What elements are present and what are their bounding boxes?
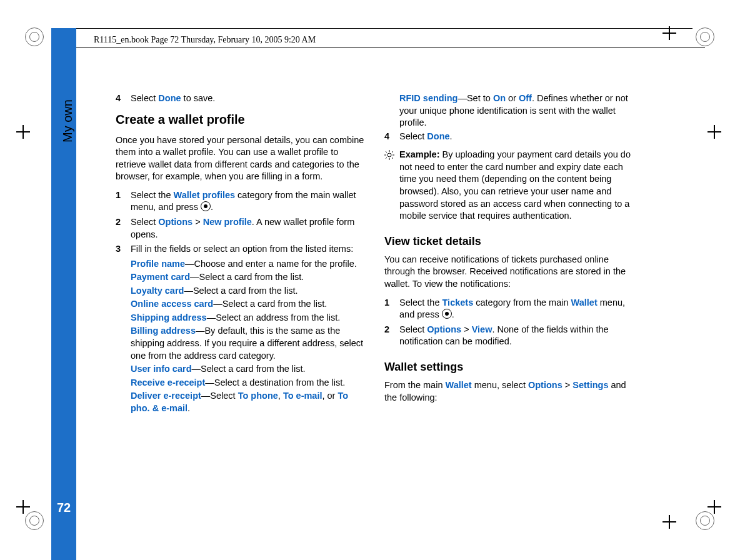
ticket-step-2: 2 Select Options > View. None of the fie…: [384, 324, 634, 348]
text: .: [211, 202, 213, 212]
ui-term-done: Done: [158, 93, 181, 103]
ui-term: Profile name: [131, 259, 185, 269]
text: Fill in the fields or select an option f…: [131, 244, 353, 254]
step-4-done: 4 Select Done.: [384, 131, 634, 143]
ticket-step-1: 1 Select the Tickets category from the m…: [384, 297, 634, 321]
heading-wallet-settings: Wallet settings: [384, 359, 634, 374]
def-payment: Payment card—Select a card from the list…: [131, 271, 366, 284]
ui-term: Billing address: [131, 326, 196, 336]
heading-view-ticket-details: View ticket details: [384, 234, 634, 249]
text: .: [188, 403, 190, 413]
section-side-label: My own: [59, 99, 76, 142]
ui-term-wallet-profiles: Wallet profiles: [174, 190, 236, 200]
def-rfid: RFID sending—Set to On or Off. Defines w…: [384, 92, 634, 129]
ui-term-tickets: Tickets: [442, 298, 474, 308]
cross-mark-icon: [662, 515, 676, 529]
step-number: 1: [384, 297, 389, 309]
ui-term: Loyalty card: [131, 286, 184, 296]
hairline: [51, 28, 692, 29]
text: Select: [131, 93, 158, 103]
text: category from the main: [473, 298, 571, 308]
svg-line-8: [386, 158, 387, 159]
page-number: 72: [51, 499, 76, 516]
ui-term-view: View: [472, 324, 492, 334]
step-4-save: 4 Select Done to save.: [116, 92, 366, 105]
def-deliver-ereceipt: Deliver e-receipt—Select To phone, To e-…: [131, 390, 366, 414]
text: Select: [399, 324, 427, 334]
crop-mark-icon: [696, 28, 714, 46]
ui-term: Deliver e-receipt: [131, 391, 201, 401]
ui-term: Payment card: [131, 272, 190, 282]
text: .: [452, 309, 454, 319]
def-receive-ereceipt: Receive e-receipt—Select a destination f…: [131, 377, 366, 389]
ui-term: Online access card: [131, 299, 213, 309]
text: —Select a card from the list.: [213, 299, 327, 309]
ui-term: Receive e-receipt: [131, 378, 205, 388]
right-column: RFID sending—Set to On or Off. Defines w…: [384, 92, 634, 410]
text: —Select an address from the list.: [207, 312, 341, 322]
ui-term: User info card: [131, 364, 192, 374]
ui-term-settings: Settings: [572, 380, 608, 390]
ui-term-options: Options: [427, 324, 461, 334]
crop-mark-icon: [25, 28, 44, 46]
text: .: [450, 131, 452, 141]
step-3: 3 Fill in the fields or select an option…: [116, 243, 366, 414]
text: From the main: [384, 380, 446, 390]
example-text: By uploading your payment card details y…: [399, 149, 631, 221]
text: or: [506, 93, 519, 103]
svg-point-0: [388, 153, 391, 157]
page: R1115_en.book Page 72 Thursday, February…: [0, 0, 730, 560]
tickets-intro: You can receive notifications of tickets…: [384, 254, 634, 291]
def-loyalty: Loyalty card—Select a card from the list…: [131, 285, 366, 298]
left-column: 4 Select Done to save. Create a wallet p…: [116, 92, 366, 421]
cross-mark-icon: [708, 500, 721, 514]
cross-mark-icon: [708, 125, 721, 139]
step-number: 1: [116, 189, 121, 202]
text: —Select a card from the list.: [184, 286, 298, 296]
def-shipping: Shipping address—Select an address from …: [131, 312, 366, 324]
joystick-icon: [201, 201, 211, 211]
step-number: 4: [384, 131, 389, 143]
text: —Set to: [458, 93, 492, 103]
step-2: 2 Select Options > New profile. A new wa…: [116, 216, 366, 241]
ui-term-wallet: Wallet: [571, 298, 598, 308]
ui-term-options: Options: [158, 217, 192, 227]
ui-term-on: On: [493, 93, 506, 103]
wallet-settings-intro: From the main Wallet menu, select Option…: [384, 379, 634, 404]
step-number: 2: [116, 216, 121, 229]
def-online: Online access card—Select a card from th…: [131, 298, 366, 311]
text: to save.: [181, 93, 216, 103]
text: Select: [399, 131, 427, 141]
text: Select the: [131, 190, 174, 200]
ui-term-wallet: Wallet: [446, 380, 472, 390]
svg-line-6: [392, 158, 393, 159]
tip-icon: [384, 150, 394, 160]
crop-mark-icon: [25, 511, 44, 530]
svg-line-7: [392, 151, 393, 152]
svg-line-5: [386, 151, 387, 152]
doc-header: R1115_en.book Page 72 Thursday, February…: [94, 34, 316, 46]
ui-term-options: Options: [528, 380, 562, 390]
joystick-icon: [442, 309, 452, 319]
ui-term: RFID sending: [399, 93, 458, 103]
step-1: 1 Select the Wallet profiles category fr…: [116, 189, 366, 214]
ui-term-off: Off: [519, 93, 532, 103]
def-userinfo: User info card—Select a card from the li…: [131, 363, 366, 376]
step-number: 4: [116, 92, 121, 105]
text: >: [562, 380, 573, 390]
step-number: 2: [384, 324, 389, 336]
text: —Select a destination from the list.: [205, 378, 345, 388]
ui-term: Shipping address: [131, 312, 207, 322]
text: >: [461, 324, 472, 334]
cross-mark-icon: [16, 125, 30, 139]
ui-term-done: Done: [427, 131, 449, 141]
text: Select the: [399, 298, 442, 308]
crop-mark-icon: [696, 511, 714, 530]
text: Select: [131, 217, 158, 227]
ui-term: To e-mail: [283, 391, 322, 401]
intro-text: Once you have stored your personal detai…: [116, 134, 366, 183]
text: , or: [322, 391, 338, 401]
text: >: [192, 217, 203, 227]
example-note: Example: By uploading your payment card …: [384, 149, 634, 222]
def-billing: Billing address—By default, this is the …: [131, 325, 366, 362]
